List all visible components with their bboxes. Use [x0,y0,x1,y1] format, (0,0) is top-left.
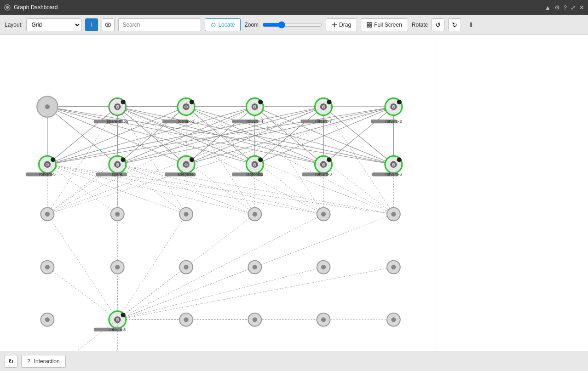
svg-line-61 [47,107,255,214]
refresh-button[interactable]: ↻ [5,355,17,368]
window-title: Graph Dashboard [14,4,542,11]
svg-point-131 [397,100,402,104]
zoom-label: Zoom [244,22,259,28]
eye-button[interactable] [102,18,115,31]
svg-point-182 [45,317,50,322]
svg-point-137 [51,157,55,162]
svg-text:⚙: ⚙ [322,162,326,167]
svg-line-76 [47,165,117,214]
svg-point-178 [184,265,188,269]
svg-text:rotvsrx-7: rotvsrx-7 [315,119,332,124]
bottom-bar: ↻ ? Interaction [0,351,588,371]
locate-button[interactable]: Locate [205,18,241,31]
svg-point-191 [321,317,326,322]
svg-point-175 [391,212,396,217]
svg-point-177 [115,265,120,269]
svg-line-16 [117,267,186,320]
svg-text:rotvsrx-4: rotvsrx-4 [247,119,263,124]
interaction-button[interactable]: ? Interaction [21,355,66,368]
right-panel [436,35,588,351]
svg-point-143 [121,157,125,162]
graph-canvas[interactable]: ⚙ spare-8765 ⚙ rotvsrx-1 ⚙ rotvsrx-4 [0,35,436,351]
fullscreen-button[interactable]: Full Screen [361,18,408,31]
svg-text:⚙: ⚙ [45,162,49,167]
layout-select[interactable]: Grid Tree Circle Force [26,18,81,31]
svg-point-176 [45,265,50,269]
svg-point-180 [321,265,326,269]
svg-text:⚙: ⚙ [115,104,120,109]
svg-text:⚙: ⚙ [322,104,326,109]
svg-line-73 [47,165,255,214]
svg-point-167 [397,157,402,162]
svg-line-19 [117,267,393,320]
svg-point-173 [253,212,257,217]
svg-line-18 [117,267,323,320]
svg-text:spare-8765: spare-8765 [107,119,128,124]
svg-point-189 [184,317,188,322]
minimize-icon[interactable]: ▲ [545,4,551,11]
svg-line-80 [117,165,323,214]
zoom-slider[interactable] [262,21,322,29]
drag-label: Drag [339,22,351,28]
svg-text:⚙: ⚙ [392,104,396,109]
svg-rect-5 [370,23,372,24]
close-icon[interactable]: ✕ [579,4,584,11]
svg-text:rotvsrx-2: rotvsrx-2 [385,119,402,124]
svg-point-192 [391,317,396,322]
rotate-label: Rotate [412,22,428,28]
svg-text:rotvsrx-3: rotvsrx-3 [315,172,332,177]
svg-point-149 [190,157,194,162]
svg-line-60 [186,107,394,214]
svg-point-161 [327,157,331,162]
svg-point-1 [6,6,9,9]
search-input[interactable] [118,18,201,31]
svg-line-78 [117,165,186,214]
drag-button[interactable]: Drag [326,18,357,31]
svg-text:labtools2: labtools2 [246,172,263,177]
svg-text:⚙: ⚙ [184,104,188,109]
help-icon[interactable]: ? [564,4,567,11]
svg-point-174 [321,212,326,217]
svg-text:⚙: ⚙ [115,162,120,167]
toolbar: Layout: Grid Tree Circle Force i Locate … [0,15,588,35]
svg-text:⚙: ⚙ [184,162,188,167]
svg-text:⚙: ⚙ [253,162,257,167]
rotate-cw-button[interactable]: ↻ [448,18,461,31]
svg-line-14 [47,267,117,320]
svg-point-172 [184,212,188,217]
svg-line-12 [117,214,323,320]
layout-label: Layout: [5,22,23,28]
app-icon [4,4,11,11]
fullscreen-label: Full Screen [374,22,402,28]
svg-point-171 [115,212,120,217]
interaction-label: Interaction [34,358,60,365]
settings-icon[interactable]: ⚙ [554,4,560,11]
svg-point-170 [45,212,50,217]
main-content: ⚙ spare-8765 ⚙ rotvsrx-1 ⚙ rotvsrx-4 [0,35,588,351]
svg-point-107 [121,100,125,104]
svg-text:rotvsrx-6: rotvsrx-6 [385,172,402,177]
svg-point-181 [391,265,396,269]
svg-point-125 [327,100,331,104]
svg-point-119 [258,100,263,104]
svg-point-155 [258,157,263,162]
download-button[interactable]: ⬇ [465,18,478,31]
locate-label: Locate [218,22,235,28]
svg-point-3 [107,24,109,26]
svg-point-186 [121,313,125,317]
info-button[interactable]: i [85,18,98,31]
svg-line-17 [117,267,255,320]
svg-text:⚙: ⚙ [253,104,257,109]
rotate-ccw-button[interactable]: ↺ [432,18,444,31]
svg-text:rotvsrx-5: rotvsrx-5 [39,172,56,177]
svg-rect-6 [367,25,369,27]
svg-text:spare.: spare. [111,172,123,177]
svg-line-8 [47,214,117,320]
title-bar: Graph Dashboard ▲ ⚙ ? ⤢ ✕ [0,0,588,15]
expand-icon[interactable]: ⤢ [571,4,576,11]
svg-point-113 [190,100,194,104]
svg-line-195 [47,320,117,351]
svg-text:adebase.: adebase. [178,172,195,177]
window-controls: ▲ ⚙ ? ⤢ ✕ [545,4,584,11]
svg-point-190 [253,317,257,322]
